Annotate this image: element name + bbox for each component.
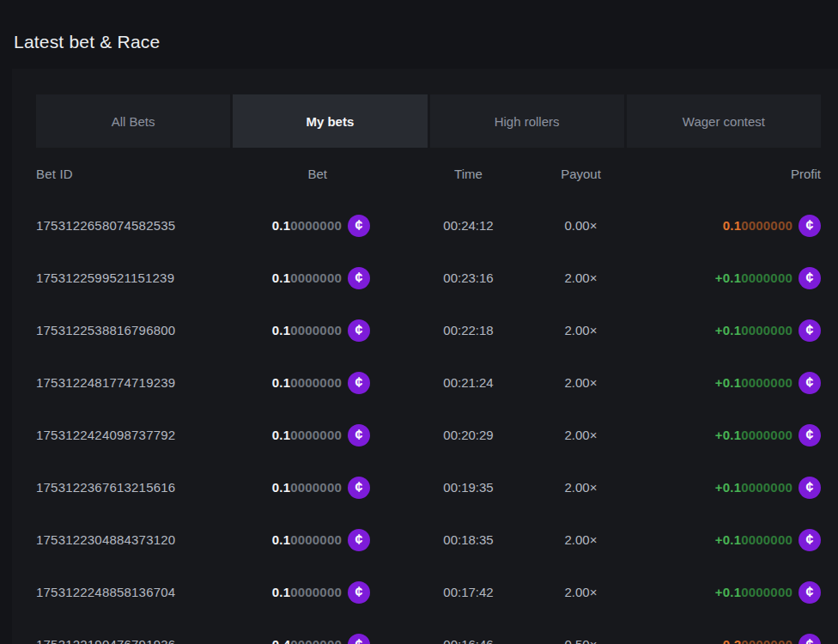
bet-amount-main: 0.1 [272,218,290,233]
bet-amount: 0.10000000 [272,585,342,599]
bet-amount-cell: 0.10000000 ¢ [215,477,370,499]
bet-amount-zeros: 0000000 [290,585,342,599]
profit-amount-main: +0.1 [715,270,741,285]
profit-amount-main: +0.1 [715,585,741,599]
bet-amount-cell: 0.10000000 ¢ [215,424,370,447]
bet-time-cell: 00:21:24 [412,375,525,390]
bet-amount-main: 0.1 [272,480,290,495]
table-row[interactable]: 1753122599521151239 0.10000000 ¢ 00:23:1… [36,252,821,304]
table-row[interactable]: 1753122538816796800 0.10000000 ¢ 00:22:1… [36,304,821,356]
table-row[interactable]: 1753122481774719239 0.10000000 ¢ 00:21:2… [36,356,821,409]
profit-amount-zeros: 0000000 [741,428,792,442]
table-row[interactable]: 1753122367613215616 0.10000000 ¢ 00:19:3… [36,461,821,513]
profit-amount-zeros: 0000000 [741,323,792,337]
coin-icon: ¢ [348,372,370,394]
bet-payout-cell: 2.00× [525,585,637,599]
bet-id-cell: 1753122367613215616 [36,480,215,495]
bet-profit-cell: +0.10000000 ¢ [637,529,821,551]
bets-panel: All Bets My bets High rollers Wager cont… [12,69,838,644]
profit-amount: +0.10000000 [715,428,792,442]
bet-amount-main: 0.1 [272,270,290,285]
tab-wager-contest[interactable]: Wager contest [627,94,821,148]
bet-profit-cell: +0.10000000 ¢ [637,424,821,447]
profit-amount: +0.10000000 [715,270,792,285]
bet-time-cell: 00:17:42 [412,585,525,599]
bet-amount: 0.40000000 [272,637,342,644]
profit-amount-main: +0.1 [715,323,741,337]
coin-icon: ¢ [799,424,821,447]
coin-icon: ¢ [799,319,821,342]
bet-profit-cell: +0.10000000 ¢ [637,372,821,394]
profit-amount: +0.10000000 [715,375,792,390]
profit-amount-zeros: 0000000 [741,375,792,390]
bet-id-cell: 1753122248858136704 [36,585,215,599]
coin-icon: ¢ [799,581,821,604]
bet-amount: 0.10000000 [272,218,342,233]
tab-my-bets[interactable]: My bets [233,94,427,148]
profit-amount: 0.10000000 [723,218,792,233]
bet-profit-cell: +0.10000000 ¢ [637,477,821,499]
bet-amount-zeros: 0000000 [290,637,342,644]
bet-amount: 0.10000000 [272,428,342,442]
profit-amount: +0.10000000 [715,323,792,337]
profit-amount-main: +0.1 [715,428,741,442]
bet-amount: 0.10000000 [272,270,342,285]
coin-icon: ¢ [348,529,370,551]
table-row[interactable]: 1753122304884373120 0.10000000 ¢ 00:18:3… [36,513,821,566]
coin-icon: ¢ [348,267,370,289]
page-title: Latest bet & Race [14,32,160,52]
tab-high-rollers[interactable]: High rollers [430,94,624,148]
profit-amount-main: 0.1 [723,218,741,233]
table-row[interactable]: 1753122658074582535 0.10000000 ¢ 00:24:1… [36,199,821,252]
profit-amount-zeros: 0000000 [741,532,792,547]
bet-amount-main: 0.1 [272,375,290,390]
bet-payout-cell: 2.00× [525,323,637,337]
bet-profit-cell: +0.10000000 ¢ [637,319,821,342]
bet-time-cell: 00:19:35 [412,480,525,495]
coin-icon: ¢ [799,267,821,289]
coin-icon: ¢ [799,215,821,237]
bet-id-cell: 1753122599521151239 [36,270,215,285]
bet-amount: 0.10000000 [272,480,342,495]
bets-tab-bar: All Bets My bets High rollers Wager cont… [36,94,821,148]
profit-amount-zeros: 0000000 [741,637,792,644]
bet-profit-cell: +0.10000000 ¢ [637,581,821,604]
bet-amount: 0.10000000 [272,323,342,337]
profit-amount: +0.10000000 [715,532,792,547]
bet-amount-main: 0.1 [272,585,290,599]
profit-amount-zeros: 0000000 [741,480,792,495]
table-row[interactable]: 1753122190476791936 0.40000000 ¢ 00:16:4… [36,618,821,644]
bet-time-cell: 00:24:12 [412,218,525,233]
tab-all-bets[interactable]: All Bets [36,94,230,148]
table-row[interactable]: 1753122424098737792 0.10000000 ¢ 00:20:2… [36,409,821,461]
bet-amount-cell: 0.10000000 ¢ [215,215,370,237]
bet-profit-cell: 0.20000000 ¢ [637,634,821,644]
bet-amount-zeros: 0000000 [290,375,342,390]
col-header-bet: Bet [215,167,370,181]
bet-payout-cell: 2.00× [525,480,637,495]
table-row[interactable]: 1753122248858136704 0.10000000 ¢ 00:17:4… [36,566,821,618]
bet-profit-cell: +0.10000000 ¢ [637,267,821,289]
coin-icon: ¢ [348,477,370,499]
profit-amount: +0.10000000 [715,585,792,599]
bet-amount-zeros: 0000000 [290,532,342,547]
coin-icon: ¢ [348,634,370,644]
bet-amount-cell: 0.10000000 ¢ [215,581,370,604]
bet-amount-main: 0.1 [272,428,290,442]
bet-id-cell: 1753122424098737792 [36,428,215,442]
bet-payout-cell: 0.00× [525,218,637,233]
coin-icon: ¢ [799,634,821,644]
bet-id-cell: 1753122538816796800 [36,323,215,337]
col-header-bet-id: Bet ID [36,167,215,181]
bet-amount-main: 0.4 [272,637,290,644]
bet-payout-cell: 2.00× [525,375,637,390]
bet-payout-cell: 0.50× [525,637,637,644]
bet-amount-zeros: 0000000 [290,480,342,495]
bet-amount-main: 0.1 [272,532,290,547]
bet-payout-cell: 2.00× [525,428,637,442]
bet-id-cell: 1753122481774719239 [36,375,215,390]
coin-icon: ¢ [799,477,821,499]
bet-amount-cell: 0.40000000 ¢ [215,634,370,644]
bet-amount-zeros: 0000000 [290,270,342,285]
bet-amount-zeros: 0000000 [290,428,342,442]
